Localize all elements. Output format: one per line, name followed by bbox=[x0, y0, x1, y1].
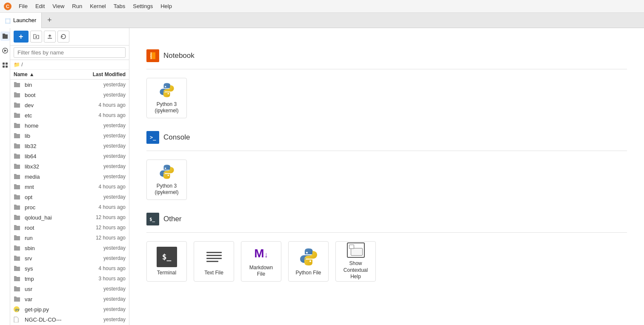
markdown-card-icon: M ↓ bbox=[251, 245, 272, 262]
svg-rect-5 bbox=[6, 63, 8, 65]
app-layout: ⬚ Launcher + bbox=[0, 13, 644, 325]
folder-icon bbox=[14, 285, 22, 293]
file-item[interactable]: libx32 yesterday bbox=[10, 161, 129, 171]
console-cards: Python 3 (ipykernel) bbox=[146, 160, 627, 200]
folder-icon bbox=[14, 234, 22, 242]
file-item[interactable]: lib yesterday bbox=[10, 131, 129, 141]
file-modified: 4 hours ago bbox=[79, 265, 126, 271]
file-modified: 3 hours ago bbox=[79, 276, 126, 282]
folder-icon bbox=[14, 80, 22, 89]
other-cards: $_ Terminal Text File bbox=[146, 241, 627, 282]
folder-icon bbox=[14, 91, 22, 99]
console-icon: >_ bbox=[146, 131, 159, 144]
nav-files-icon[interactable] bbox=[0, 31, 10, 41]
file-item[interactable]: sbin yesterday bbox=[10, 243, 129, 253]
folder-icon bbox=[14, 131, 22, 140]
file-modified: yesterday bbox=[79, 174, 126, 180]
file-item[interactable]: run 12 hours ago bbox=[10, 233, 129, 243]
menu-file[interactable]: File bbox=[15, 2, 31, 10]
file-item[interactable]: media yesterday bbox=[10, 171, 129, 182]
file-name: dev bbox=[25, 102, 79, 108]
file-item[interactable]: lib32 yesterday bbox=[10, 141, 129, 151]
menubar: C File Edit View Run Kernel Tabs Setting… bbox=[0, 0, 644, 13]
help-card[interactable]: Show Contextual Help bbox=[335, 241, 376, 282]
svg-point-17 bbox=[167, 175, 169, 176]
svg-rect-4 bbox=[3, 63, 5, 65]
textfile-card[interactable]: Text File bbox=[194, 241, 234, 282]
file-item[interactable]: var yesterday bbox=[10, 294, 129, 304]
folder-icon bbox=[14, 172, 22, 181]
svg-marker-3 bbox=[4, 49, 7, 52]
file-modified: yesterday bbox=[79, 163, 126, 169]
file-name: bin bbox=[25, 82, 79, 88]
file-name: opt bbox=[25, 194, 79, 200]
file-item[interactable]: bin yesterday bbox=[10, 80, 129, 90]
file-modified: yesterday bbox=[79, 316, 126, 322]
tab-launcher[interactable]: ⬚ Launcher bbox=[0, 13, 42, 28]
svg-point-20 bbox=[306, 252, 308, 254]
file-item[interactable]: opt yesterday bbox=[10, 192, 129, 202]
menu-view[interactable]: View bbox=[49, 2, 68, 10]
app-logo: C bbox=[3, 2, 12, 11]
menu-edit[interactable]: Edit bbox=[32, 2, 48, 10]
name-column-header[interactable]: Name ▲ bbox=[14, 71, 79, 77]
pythonfile-label: Python File bbox=[295, 270, 321, 277]
file-name: etc bbox=[25, 112, 79, 119]
file-name: lib32 bbox=[25, 143, 79, 149]
menu-settings[interactable]: Settings bbox=[129, 2, 156, 10]
file-item[interactable]: usr yesterday bbox=[10, 284, 129, 294]
nav-running-icon[interactable] bbox=[0, 46, 10, 55]
file-item[interactable]: etc 4 hours ago bbox=[10, 110, 129, 120]
pythonfile-card[interactable]: Python File bbox=[288, 241, 329, 282]
folder-icon bbox=[14, 182, 22, 191]
markdown-label: Markdown File bbox=[245, 265, 278, 278]
folder-icon bbox=[14, 142, 22, 150]
file-item[interactable]: srv yesterday bbox=[10, 253, 129, 263]
svg-text:C: C bbox=[6, 4, 9, 9]
file-modified: yesterday bbox=[79, 123, 126, 128]
other-icon: $_ bbox=[146, 213, 159, 225]
new-folder-button[interactable] bbox=[30, 31, 42, 43]
file-item[interactable]: py get-pip.py yesterday bbox=[10, 304, 129, 314]
file-modified: yesterday bbox=[79, 306, 126, 312]
upload-button[interactable] bbox=[44, 31, 56, 43]
file-modified: 4 hours ago bbox=[79, 204, 126, 210]
python3-console-label: Python 3 (ipykernel) bbox=[150, 183, 183, 196]
menu-tabs[interactable]: Tabs bbox=[110, 2, 129, 10]
python3-console-card[interactable]: Python 3 (ipykernel) bbox=[146, 160, 187, 200]
terminal-card[interactable]: $_ Terminal bbox=[146, 241, 187, 282]
file-name: get-pip.py bbox=[25, 306, 79, 313]
markdown-card[interactable]: M ↓ Markdown File bbox=[241, 241, 281, 282]
file-item[interactable]: dev 4 hours ago bbox=[10, 100, 129, 110]
file-item[interactable]: sys 4 hours ago bbox=[10, 263, 129, 274]
menu-help[interactable]: Help bbox=[157, 2, 175, 10]
modified-column-header[interactable]: Last Modified bbox=[79, 71, 126, 77]
file-item[interactable]: qoloud_hai 12 hours ago bbox=[10, 212, 129, 222]
terminal-card-icon: $_ bbox=[157, 247, 177, 267]
file-item[interactable]: boot yesterday bbox=[10, 90, 129, 100]
file-item[interactable]: tmp 3 hours ago bbox=[10, 274, 129, 284]
file-name: qoloud_hai bbox=[25, 214, 79, 221]
file-list: bin yesterday boot yesterday dev 4 hours… bbox=[10, 80, 129, 325]
new-tab-button[interactable]: + bbox=[43, 14, 55, 26]
search-input[interactable] bbox=[14, 47, 126, 58]
pythonfile-card-icon bbox=[298, 247, 319, 267]
refresh-button[interactable] bbox=[57, 31, 69, 43]
python3-notebook-card[interactable]: Python 3 (ipykernel) bbox=[146, 78, 187, 118]
file-item[interactable]: proc 4 hours ago bbox=[10, 202, 129, 212]
other-section-header: $_ Other bbox=[146, 213, 627, 225]
svg-point-16 bbox=[165, 168, 166, 169]
file-item[interactable]: home yesterday bbox=[10, 120, 129, 131]
nav-extensions-icon[interactable] bbox=[0, 60, 10, 70]
file-modified: 12 hours ago bbox=[79, 235, 126, 241]
file-name: libx32 bbox=[25, 163, 79, 170]
file-modified: yesterday bbox=[79, 133, 126, 139]
file-item[interactable]: NGC-DL-CO--- yesterday bbox=[10, 314, 129, 325]
file-item[interactable]: lib64 yesterday bbox=[10, 151, 129, 161]
file-item[interactable]: root 12 hours ago bbox=[10, 222, 129, 233]
new-file-button[interactable]: + bbox=[14, 31, 29, 43]
file-item[interactable]: mnt 4 hours ago bbox=[10, 182, 129, 192]
menu-kernel[interactable]: Kernel bbox=[86, 2, 109, 10]
file-modified: yesterday bbox=[79, 143, 126, 149]
menu-run[interactable]: Run bbox=[69, 2, 86, 10]
